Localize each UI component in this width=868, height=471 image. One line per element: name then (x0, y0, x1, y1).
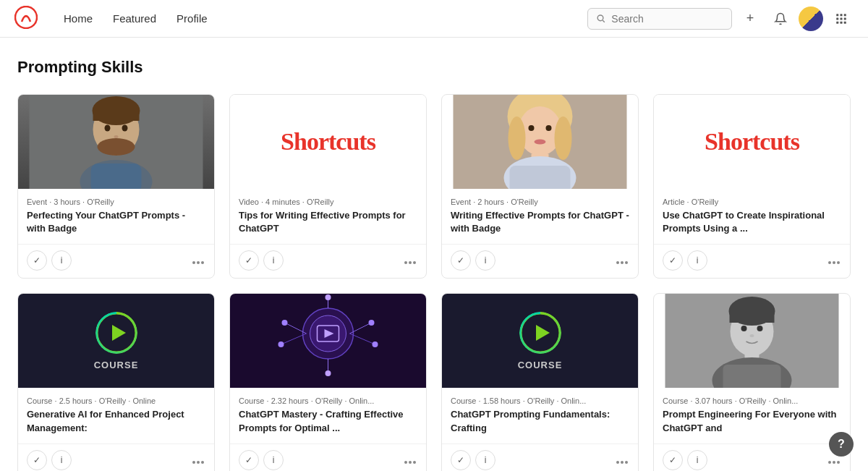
card-6-more-button[interactable] (403, 454, 417, 467)
card-grid-row1: Event · 3 hours · O'Reilly Perfecting Yo… (17, 94, 851, 279)
svg-point-59 (757, 326, 763, 331)
card-2-check-button[interactable]: ✓ (239, 250, 259, 271)
card-5-check-button[interactable]: ✓ (27, 450, 47, 470)
course-label-1: course (94, 360, 139, 370)
svg-point-52 (521, 313, 560, 352)
card-4-title: Use ChatGPT to Create Inspirational Prom… (663, 209, 841, 235)
card-5-info-button[interactable]: i (51, 450, 72, 470)
card-4-actions: ✓ i (654, 244, 850, 278)
svg-rect-5 (844, 14, 846, 16)
card-7-more-button[interactable] (615, 454, 629, 467)
card-7-check-button[interactable]: ✓ (451, 450, 471, 470)
svg-rect-63 (723, 365, 781, 388)
card-4-body: Article · O'Reilly Use ChatGPT to Create… (654, 189, 850, 244)
svg-rect-32 (510, 166, 571, 189)
card-3: Event · 2 hours · O'Reilly Writing Effec… (441, 94, 639, 279)
card-8-info-button[interactable]: i (687, 450, 707, 470)
card-1-actions: ✓ i (18, 244, 214, 278)
search-input[interactable] (611, 13, 723, 25)
card-2-more-button[interactable] (403, 254, 417, 267)
navbar: Home Featured Profile + (0, 0, 868, 38)
svg-point-27 (529, 125, 535, 131)
card-2-title: Tips for Writing Effective Prompts for C… (239, 209, 417, 235)
nav-home[interactable]: Home (55, 8, 101, 29)
svg-point-49 (326, 370, 331, 376)
svg-point-48 (326, 294, 331, 300)
card-2-info-button[interactable]: i (263, 250, 284, 271)
card-2-thumb: Shortcuts (230, 95, 426, 189)
card-1-thumb (18, 95, 214, 189)
person-woman-image (442, 95, 638, 189)
card-3-title: Writing Effective Prompts for ChatGPT - … (451, 209, 629, 235)
card-1: Event · 3 hours · O'Reilly Perfecting Yo… (17, 94, 215, 279)
card-8-body: Course · 3.07 hours · O'Reilly · Onlin..… (654, 388, 850, 443)
card-5-actions: ✓ i (18, 444, 214, 471)
card-1-more-button[interactable] (191, 254, 205, 267)
card-5-thumb: course (18, 294, 214, 388)
card-6-info-button[interactable]: i (263, 450, 284, 470)
avatar[interactable] (799, 7, 823, 31)
apps-button[interactable] (829, 7, 854, 31)
card-5-meta: Course · 2.5 hours · O'Reilly · Online (27, 396, 205, 405)
card-4-thumb: Shortcuts (654, 95, 850, 189)
svg-rect-57 (730, 311, 775, 323)
card-3-more-button[interactable] (615, 254, 629, 267)
nav-profile[interactable]: Profile (168, 8, 216, 29)
main-content: Prompting Skills (0, 38, 868, 471)
card-8-thumb (654, 294, 850, 388)
search-icon (597, 14, 605, 24)
nav-right: + (587, 7, 854, 31)
card-2-actions: ✓ i (230, 244, 426, 278)
card-1-check-button[interactable]: ✓ (27, 250, 47, 271)
nav-featured[interactable]: Featured (104, 8, 165, 29)
card-3-info-button[interactable]: i (475, 250, 495, 271)
card-3-meta: Event · 2 hours · O'Reilly (451, 198, 629, 206)
card-2-body: Video · 4 minutes · O'Reilly Tips for Wr… (230, 189, 426, 244)
card-8-meta: Course · 3.07 hours · O'Reilly · Onlin..… (663, 396, 841, 405)
card-6-body: Course · 2.32 hours · O'Reilly · Onlin..… (230, 388, 426, 443)
person-bw-image (654, 294, 850, 388)
card-8-check-button[interactable]: ✓ (663, 450, 683, 470)
svg-rect-8 (844, 17, 846, 20)
notifications-button[interactable] (768, 7, 793, 31)
card-3-body: Event · 2 hours · O'Reilly Writing Effec… (442, 189, 638, 244)
svg-rect-18 (91, 164, 142, 189)
card-grid-row2: course Course · 2.5 hours · O'Reilly · O… (17, 293, 851, 471)
help-button[interactable]: ? (829, 432, 854, 457)
card-1-meta: Event · 3 hours · O'Reilly (27, 198, 205, 206)
card-7-thumb: course (442, 294, 638, 388)
card-7-info-button[interactable]: i (475, 450, 495, 470)
card-4-info-button[interactable]: i (687, 250, 707, 271)
svg-point-25 (509, 116, 526, 160)
card-8-title: Prompt Engineering For Everyone with Cha… (663, 408, 841, 434)
svg-line-2 (603, 20, 605, 22)
card-6-check-button[interactable]: ✓ (239, 450, 259, 470)
card-7-actions: ✓ i (442, 444, 638, 471)
svg-point-47 (373, 341, 378, 347)
course-label-2: course (518, 360, 563, 370)
card-5-body: Course · 2.5 hours · O'Reilly · Online G… (18, 388, 214, 443)
add-button[interactable]: + (738, 7, 762, 31)
svg-rect-10 (841, 21, 843, 23)
search-bar[interactable] (587, 8, 732, 30)
svg-point-16 (98, 138, 135, 156)
svg-point-20 (122, 125, 128, 132)
svg-point-21 (114, 135, 119, 138)
svg-rect-7 (841, 17, 843, 20)
svg-point-1 (597, 14, 603, 20)
card-6-actions: ✓ i (230, 444, 426, 471)
card-3-thumb (442, 95, 638, 189)
nav-links: Home Featured Profile (55, 8, 216, 29)
card-4-check-button[interactable]: ✓ (663, 250, 683, 271)
svg-point-19 (105, 125, 111, 132)
card-1-info-button[interactable]: i (51, 250, 72, 271)
card-4-more-button[interactable] (827, 254, 841, 267)
svg-point-58 (741, 326, 747, 331)
card-5-more-button[interactable] (191, 454, 205, 467)
card-8-actions: ✓ i (654, 444, 850, 471)
card-3-check-button[interactable]: ✓ (451, 250, 471, 271)
logo[interactable] (14, 6, 38, 32)
svg-point-33 (97, 313, 136, 352)
card-6: Course · 2.32 hours · O'Reilly · Onlin..… (229, 293, 427, 471)
card-6-thumb (230, 294, 426, 388)
